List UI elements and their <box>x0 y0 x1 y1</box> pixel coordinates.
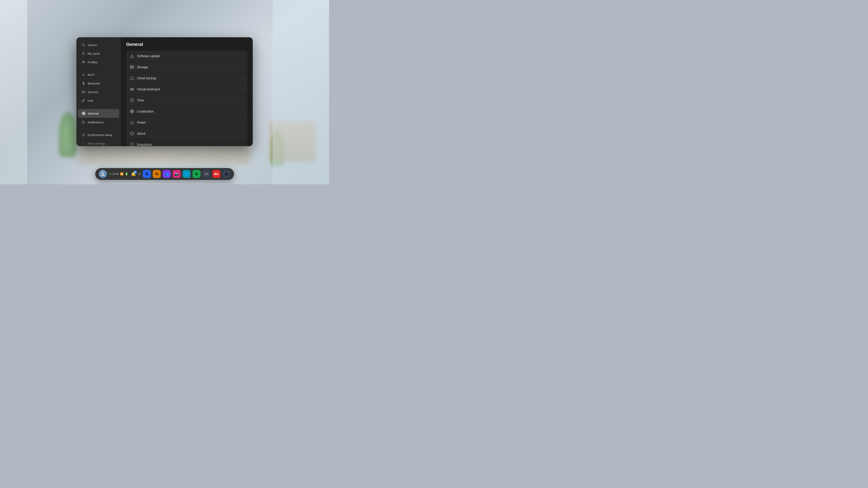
storage-label: Storage <box>137 65 148 69</box>
taskbar-app-remote[interactable]: 🖥 <box>143 170 151 178</box>
sidebar-label-devices: Devices <box>88 90 98 94</box>
settings-item-regulatory[interactable]: Regulatory › <box>126 139 247 146</box>
clock-icon <box>130 98 134 103</box>
svg-point-0 <box>82 44 84 46</box>
regulatory-label: Regulatory <box>137 143 152 146</box>
svg-point-2 <box>83 53 84 54</box>
localization-label: Localization <box>137 109 154 113</box>
chevron-right-icon: › <box>243 132 244 135</box>
sidebar-label-wifi: Wi-Fi <box>88 73 94 76</box>
settings-item-left: Cloud backup <box>130 76 156 80</box>
svg-point-21 <box>131 68 131 68</box>
users-icon: 👥 <box>164 172 169 176</box>
sidebar-item-notifications[interactable]: Notifications <box>78 118 119 126</box>
svg-rect-7 <box>84 92 85 93</box>
download-icon <box>130 54 134 58</box>
game2-icon: BS <box>214 172 218 176</box>
sidebar-label-search: Search <box>88 43 97 47</box>
taskbar-app-browser[interactable]: 🌐 <box>182 170 191 178</box>
settings-item-power[interactable]: Power › <box>126 117 247 128</box>
time-label: Time <box>137 98 144 102</box>
settings-item-left: Time <box>130 98 144 103</box>
settings-item-time[interactable]: Time › <box>126 95 247 106</box>
svg-point-38 <box>102 172 104 174</box>
settings-item-left: Virtual keyboard <box>130 87 160 92</box>
sidebar-item-environment[interactable]: Environment setup <box>78 131 119 139</box>
taskbar-app-store[interactable]: 🛍 <box>153 170 161 178</box>
svg-rect-6 <box>82 91 84 93</box>
taskbar-app-camera[interactable]: 📷 <box>173 170 181 178</box>
sidebar-label-link: Link <box>88 99 93 102</box>
svg-rect-10 <box>84 112 85 113</box>
wifi-icon <box>81 73 86 77</box>
sidebar-item-myname[interactable]: My name <box>78 50 119 58</box>
svg-point-15 <box>83 143 84 143</box>
sidebar-label-more: More settings <box>88 142 105 145</box>
settings-item-cloud-backup[interactable]: Cloud backup › <box>126 73 247 84</box>
remote-icon: 🖥 <box>145 172 149 176</box>
chevron-right-icon: › <box>243 66 244 69</box>
sidebar-item-devices[interactable]: Devices <box>78 88 119 96</box>
taskbar-app-settings[interactable]: ⚙ <box>192 170 200 178</box>
software-update-label: Software update <box>137 54 160 58</box>
taskbar-notification[interactable]: 🔔 10 <box>131 171 136 176</box>
more-icon <box>81 141 86 145</box>
decor-furniture <box>270 121 315 162</box>
regulatory-icon <box>130 142 134 146</box>
general-icon <box>82 111 86 116</box>
battery-icon: 🔋 <box>125 172 128 175</box>
decor-plant <box>59 112 77 157</box>
settings-item-about[interactable]: About › <box>126 128 247 139</box>
storage-icon <box>130 65 134 69</box>
svg-point-4 <box>84 61 85 62</box>
settings-item-left: Power <box>130 120 146 125</box>
bluetooth-icon <box>81 81 86 86</box>
sidebar-item-more[interactable]: More settings <box>78 139 119 146</box>
sidebar-label-myname: My name <box>88 52 100 55</box>
taskbar: 10:00 📶 🔋 🔔 10 ⚙ 🖥 🛍 👥 📷 🌐 ⚙ 🎮 BS ⊞ <box>95 168 234 180</box>
sidebar-label-general: General <box>88 112 98 115</box>
notifications-icon <box>81 120 86 124</box>
taskbar-status: 10:00 📶 🔋 <box>109 172 129 175</box>
person-icon <box>81 52 86 56</box>
taskbar-gear-icon[interactable]: ⚙ <box>138 172 141 176</box>
settings-item-left: About <box>130 131 145 136</box>
about-label: About <box>137 132 145 135</box>
sidebar-label-environment: Environment setup <box>88 133 112 137</box>
settings-item-localization[interactable]: Localization › <box>126 106 247 117</box>
chevron-right-icon: › <box>243 88 244 91</box>
info-icon <box>130 131 134 136</box>
taskbar-app-game1[interactable]: 🎮 <box>202 170 211 178</box>
sidebar-label-profiles: Profiles <box>88 61 97 64</box>
settings-item-left: Localization <box>130 109 154 113</box>
globe-icon <box>130 109 134 113</box>
sidebar-item-bluetooth[interactable]: Bluetooth <box>78 79 119 88</box>
svg-rect-9 <box>82 112 84 113</box>
chevron-right-icon: › <box>243 110 244 113</box>
taskbar-time: 10:00 <box>112 173 119 175</box>
settings-window: Search My name Profiles <box>76 37 253 146</box>
sidebar-label-notifications: Notifications <box>88 121 104 124</box>
settings-item-left: Storage <box>130 65 148 69</box>
settings-item-virtual-keyboard[interactable]: Virtual keyboard › <box>126 84 247 95</box>
settings-item-software-update[interactable]: Software update › <box>126 51 247 61</box>
sidebar-item-wifi[interactable]: Wi-Fi <box>78 71 119 79</box>
svg-rect-22 <box>130 88 134 90</box>
sidebar-item-profiles[interactable]: Profiles <box>78 58 119 66</box>
taskbar-app-grid[interactable]: ⊞ <box>222 170 230 178</box>
power-icon <box>130 120 134 125</box>
taskbar-avatar[interactable] <box>99 170 107 178</box>
link-icon <box>81 98 86 103</box>
settings-item-storage[interactable]: Storage › <box>126 62 247 72</box>
taskbar-app-game2[interactable]: BS <box>212 170 220 178</box>
sidebar-item-link[interactable]: Link <box>78 96 119 105</box>
wifi-status-icon: 📶 <box>120 172 123 175</box>
svg-point-3 <box>83 61 84 62</box>
taskbar-app-users[interactable]: 👥 <box>162 170 170 178</box>
sidebar: Search My name Profiles <box>76 37 121 146</box>
cloud-backup-label: Cloud backup <box>137 76 156 80</box>
chevron-right-icon: › <box>243 121 244 124</box>
chevron-right-icon: › <box>243 55 244 58</box>
sidebar-item-search[interactable]: Search <box>78 41 119 49</box>
sidebar-item-general[interactable]: General <box>78 109 119 118</box>
